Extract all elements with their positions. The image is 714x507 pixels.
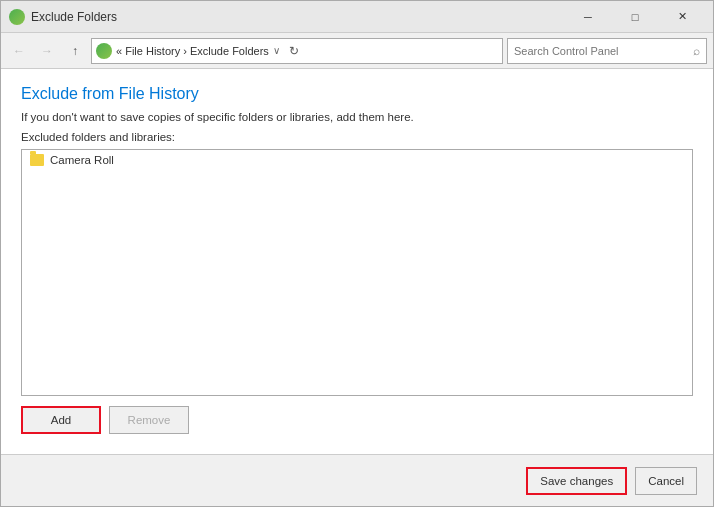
- title-bar: Exclude Folders ─ □ ✕: [1, 1, 713, 33]
- address-icon: [96, 43, 112, 59]
- maximize-button[interactable]: □: [612, 1, 658, 33]
- search-input[interactable]: [514, 45, 693, 57]
- folder-icon: [30, 154, 44, 166]
- main-window: Exclude Folders ─ □ ✕ ← → ↑ « File Histo…: [0, 0, 714, 507]
- action-buttons: Add Remove: [21, 406, 693, 434]
- window-title: Exclude Folders: [31, 10, 565, 24]
- description-text: If you don't want to save copies of spec…: [21, 111, 693, 123]
- refresh-button[interactable]: ↻: [284, 41, 304, 61]
- close-button[interactable]: ✕: [659, 1, 705, 33]
- cancel-button[interactable]: Cancel: [635, 467, 697, 495]
- folder-name: Camera Roll: [50, 154, 114, 166]
- address-bar[interactable]: « File History › Exclude Folders ∨ ↻: [91, 38, 503, 64]
- minimize-button[interactable]: ─: [565, 1, 611, 33]
- back-button[interactable]: ←: [7, 39, 31, 63]
- forward-button[interactable]: →: [35, 39, 59, 63]
- breadcrumb-text: « File History › Exclude Folders: [116, 45, 269, 57]
- window-icon: [9, 9, 25, 25]
- up-button[interactable]: ↑: [63, 39, 87, 63]
- address-dropdown-arrow[interactable]: ∨: [273, 45, 280, 56]
- list-item[interactable]: Camera Roll: [22, 150, 692, 170]
- content-area: Exclude from File History If you don't w…: [1, 69, 713, 454]
- title-bar-controls: ─ □ ✕: [565, 1, 705, 33]
- page-title: Exclude from File History: [21, 85, 693, 103]
- section-label: Excluded folders and libraries:: [21, 131, 693, 143]
- folders-list: Camera Roll: [21, 149, 693, 396]
- search-icon: ⌕: [693, 44, 700, 58]
- remove-button[interactable]: Remove: [109, 406, 189, 434]
- add-button[interactable]: Add: [21, 406, 101, 434]
- navigation-bar: ← → ↑ « File History › Exclude Folders ∨…: [1, 33, 713, 69]
- search-box[interactable]: ⌕: [507, 38, 707, 64]
- footer: Save changes Cancel: [1, 454, 713, 506]
- save-changes-button[interactable]: Save changes: [526, 467, 627, 495]
